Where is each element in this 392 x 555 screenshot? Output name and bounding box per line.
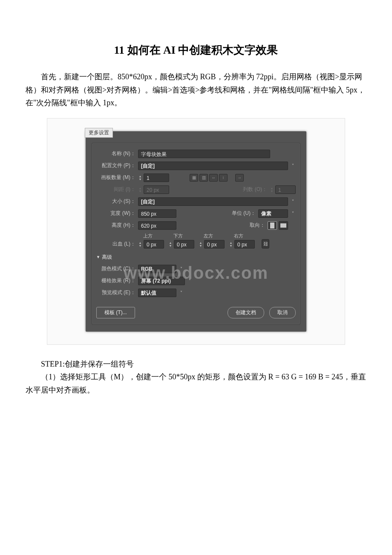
- profile-label: 配置文件 (P)：: [96, 162, 138, 169]
- size-label: 大小 (S)：: [96, 198, 138, 205]
- page-title: 11 如何在 AI 中创建积木文字效果: [26, 43, 366, 58]
- orientation-label: 取向：: [250, 222, 268, 229]
- chevron-down-icon[interactable]: ˅: [290, 199, 296, 205]
- direction-icon[interactable]: →: [235, 174, 244, 182]
- spacing-stepper: ▲▼: [138, 187, 142, 193]
- name-input[interactable]: 字母块效果: [138, 150, 270, 158]
- artboards-label: 画板数量 (M)：: [96, 174, 138, 181]
- orientation-portrait-icon[interactable]: [268, 221, 277, 230]
- advanced-label: 高级: [102, 254, 112, 261]
- preview-mode-label: 预览模式 (E)：: [96, 289, 138, 296]
- artboards-input[interactable]: 1: [144, 173, 169, 182]
- more-settings-tab[interactable]: 更多设置: [85, 128, 113, 138]
- color-mode-select[interactable]: RGB: [138, 265, 176, 273]
- bleed-top-input[interactable]: 0 px: [144, 240, 164, 249]
- cols-input: 1: [275, 185, 296, 194]
- preview-mode-value: 默认值: [141, 290, 156, 296]
- grid-by-col-icon[interactable]: ▥: [199, 174, 208, 182]
- height-label: 高度 (H)：: [96, 222, 138, 229]
- dialog-inner-panel: 名称 (N)： 字母块效果 配置文件 (P)： [自定] ˅ 画板数量 (M)：: [92, 143, 300, 325]
- intro-paragraph: 首先，新建一个图层。850*620px，颜色模式为 RGB，分辨率为 72ppi…: [26, 70, 366, 110]
- chevron-down-icon[interactable]: ˅: [290, 211, 296, 217]
- bleed-bottom-input[interactable]: 0 px: [174, 240, 194, 249]
- advanced-section-toggle[interactable]: ▼ 高级: [96, 254, 296, 261]
- arrange-col-icon[interactable]: ↕: [219, 174, 228, 182]
- chevron-down-icon[interactable]: ˅: [178, 266, 184, 272]
- color-mode-label: 颜色模式 (C)：: [96, 265, 138, 272]
- grid-by-row-icon[interactable]: ▦: [190, 174, 198, 182]
- bleed-right-input[interactable]: 0 px: [234, 240, 255, 249]
- templates-button[interactable]: 模板 (T)...: [96, 307, 135, 318]
- bleed-top-stepper[interactable]: ▲▼: [138, 241, 142, 247]
- bleed-left-label: 左方: [199, 233, 213, 239]
- width-label: 宽度 (W)：: [96, 210, 138, 217]
- step1-body: （1）选择矩形工具（M），创建一个 50*50px 的矩形，颜色设置为 R = …: [26, 370, 366, 396]
- bleed-label: 出血 (L)：: [96, 240, 138, 249]
- chevron-down-icon[interactable]: ˅: [187, 278, 193, 284]
- raster-label: 栅格效果 (R)：: [96, 277, 138, 284]
- profile-value: [自定]: [141, 163, 155, 169]
- bleed-top-label: 上方: [138, 233, 153, 239]
- raster-value: 屏幕 (72 ppi): [141, 278, 171, 284]
- new-document-dialog: 更多设置 名称 (N)： 字母块效果 配置文件 (P)： [自定] ˅: [86, 131, 306, 332]
- step1-heading: STEP1:创建并保存一组符号: [26, 358, 366, 371]
- size-select[interactable]: [自定]: [138, 197, 288, 206]
- raster-select[interactable]: 屏幕 (72 ppi): [138, 277, 185, 285]
- screenshot-container: www.bdocx.com 更多设置 名称 (N)： 字母块效果 配置文件 (P…: [47, 118, 345, 345]
- units-label: 单位 (U)：: [232, 210, 258, 217]
- create-document-button[interactable]: 创建文档: [228, 307, 264, 318]
- width-input[interactable]: 850 px: [138, 209, 176, 218]
- artboards-stepper[interactable]: ▲▼: [138, 175, 142, 181]
- bleed-right-label: 右方: [229, 233, 243, 239]
- units-value: 像素: [261, 211, 271, 217]
- cols-stepper: ▲▼: [270, 187, 274, 193]
- bleed-bottom-label: 下方: [168, 233, 183, 239]
- spacing-input: 20 px: [144, 185, 169, 194]
- name-label: 名称 (N)：: [96, 150, 138, 157]
- link-bleed-icon[interactable]: ⛓: [262, 239, 269, 249]
- units-select[interactable]: 像素: [258, 209, 288, 218]
- cols-label: 列数 (O)：: [243, 186, 270, 193]
- chevron-down-icon[interactable]: ˅: [290, 163, 296, 169]
- height-input[interactable]: 620 px: [138, 221, 176, 230]
- triangle-down-icon: ▼: [96, 255, 100, 259]
- artboard-layout-icons: ▦ ▥ ↔ ↕ →: [190, 174, 244, 182]
- size-value: [自定]: [141, 199, 155, 205]
- spacing-label: 间距 (I)：: [96, 186, 138, 193]
- cancel-button[interactable]: 取消: [269, 307, 296, 318]
- bleed-right-stepper[interactable]: ▲▼: [229, 241, 233, 247]
- preview-mode-select[interactable]: 默认值: [138, 289, 176, 297]
- orientation-landscape-icon[interactable]: [279, 221, 288, 230]
- bleed-left-input[interactable]: 0 px: [204, 240, 225, 249]
- profile-select[interactable]: [自定]: [138, 162, 288, 170]
- arrange-row-icon[interactable]: ↔: [209, 174, 218, 182]
- color-mode-value: RGB: [141, 266, 153, 272]
- chevron-down-icon[interactable]: ˅: [178, 290, 184, 296]
- bleed-left-stepper[interactable]: ▲▼: [199, 241, 203, 247]
- bleed-bottom-stepper[interactable]: ▲▼: [168, 241, 173, 247]
